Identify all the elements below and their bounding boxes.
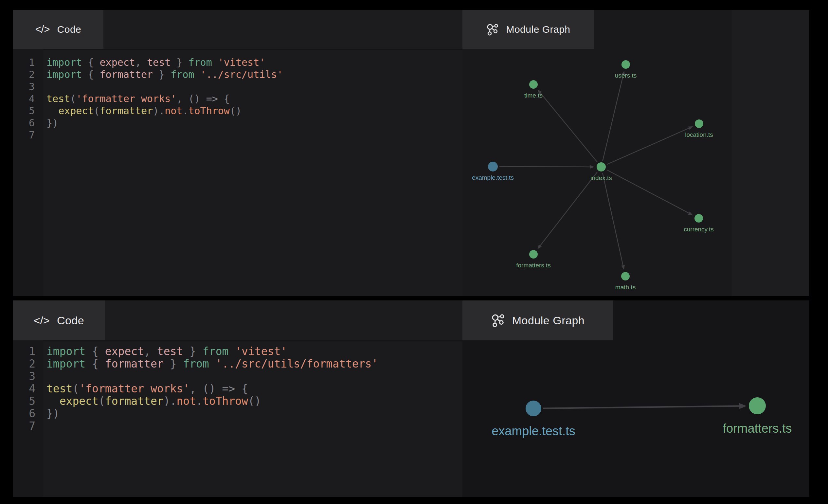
- token-kw: import: [46, 358, 85, 370]
- token-prop: not: [176, 395, 196, 408]
- code-icon: </>: [35, 24, 50, 35]
- code-line: 4test('formatter works', () => {: [13, 93, 462, 105]
- token-prop: toThrow: [203, 395, 248, 408]
- graph-edge-index-time: [540, 93, 597, 162]
- line-number: 3: [13, 370, 35, 383]
- token-fn: test: [46, 382, 72, 395]
- token-str: 'formatter works': [79, 382, 190, 395]
- module-graph-canvas[interactable]: users.tstime.tslocation.tsexample.test.t…: [462, 49, 809, 296]
- graph-edge-index-currency: [607, 170, 690, 213]
- tab-code-bottom-label: Code: [57, 314, 84, 327]
- graph-node-example[interactable]: [526, 401, 541, 416]
- code-text: expect(formatter).not.toThrow(): [35, 105, 242, 117]
- token-str: 'vitest': [218, 57, 265, 68]
- token-pun: }): [46, 117, 58, 129]
- token-str: '../src/utils': [200, 69, 283, 80]
- tab-code-bottom[interactable]: </> Code: [13, 300, 105, 340]
- code-text: }): [35, 117, 58, 129]
- token-pun: , () => {: [176, 93, 230, 104]
- token-pun: {: [82, 69, 99, 80]
- graph-node-math[interactable]: [621, 272, 630, 281]
- module-graph-panel-top: Module Graph users.tstime.tslocation.tse…: [462, 10, 809, 296]
- token-pun: , () => {: [190, 382, 248, 395]
- token-pun: (: [72, 382, 79, 395]
- token-pun: [209, 358, 216, 370]
- code-line: 1import { expect, test } from 'vitest': [13, 56, 462, 69]
- graph-node-label-example: example.test.ts: [492, 424, 575, 438]
- module-graph-icon: [491, 313, 505, 327]
- token-pun: ,: [135, 57, 147, 68]
- code-text: import { formatter } from '../src/utils': [35, 69, 283, 81]
- token-pun: }: [153, 69, 170, 80]
- graph-node-example[interactable]: [488, 162, 498, 171]
- token-fn: formatter: [105, 395, 164, 408]
- token-kw: import: [46, 69, 82, 80]
- code-text: [35, 81, 46, 93]
- token-pun: .: [182, 105, 188, 117]
- token-fn: test: [46, 93, 70, 104]
- graph-node-label-users: users.ts: [615, 72, 637, 79]
- code-line: 6}): [13, 117, 462, 129]
- graph-node-label-formatters: formatters.ts: [722, 422, 792, 435]
- code-line: 2import { formatter } from '../src/utils…: [13, 69, 462, 81]
- graph-edge-arrowhead: [590, 165, 594, 169]
- module-graph-canvas[interactable]: example.test.tsformatters.ts: [462, 340, 809, 497]
- code-line: 1import { expect, test } from 'vitest': [13, 345, 462, 358]
- code-text: import { formatter } from '../src/utils/…: [35, 358, 378, 370]
- graph-node-time[interactable]: [529, 80, 538, 89]
- code-text: [35, 370, 46, 383]
- line-number: 7: [13, 129, 35, 141]
- token-pun: (): [230, 105, 242, 117]
- token-pun: ).: [164, 395, 177, 408]
- graph-node-label-time: time.ts: [524, 92, 543, 99]
- graph-node-formatters[interactable]: [529, 250, 538, 258]
- code-text: expect(formatter).not.toThrow(): [35, 395, 261, 408]
- token-kw: import: [46, 345, 85, 358]
- token-pun: }): [46, 407, 59, 420]
- token-id: test: [147, 57, 170, 68]
- line-number: 6: [13, 117, 35, 129]
- token-str: 'formatter works': [76, 93, 176, 104]
- token-pun: }: [164, 358, 183, 370]
- code-line: 6}): [13, 408, 462, 420]
- module-graph-top-header: Module Graph: [462, 10, 809, 49]
- module-graph-panel-bottom: Module Graph example.test.tsformatters.t…: [462, 300, 809, 497]
- code-text: import { expect, test } from 'vitest': [35, 345, 287, 358]
- token-pun: {: [85, 358, 105, 370]
- line-number: 5: [13, 105, 35, 117]
- graph-node-currency[interactable]: [695, 214, 703, 222]
- module-graph-canvas-bottom-wrap: example.test.tsformatters.ts: [462, 340, 809, 497]
- tab-module-graph-top-label: Module Graph: [506, 24, 570, 35]
- token-pun: [195, 69, 200, 80]
- token-pun: }: [170, 57, 188, 68]
- token-pun: [46, 395, 59, 408]
- code-line: 4test('formatter works', () => {: [13, 383, 462, 395]
- line-number: 4: [13, 93, 35, 105]
- tab-code-top[interactable]: </> Code: [13, 10, 104, 49]
- code-editor-bottom: 1import { expect, test } from 'vitest'2i…: [13, 340, 462, 497]
- token-pun: (: [98, 395, 105, 408]
- code-line: 3: [13, 81, 462, 93]
- graph-node-formatters[interactable]: [749, 397, 766, 414]
- graph-node-users[interactable]: [621, 60, 630, 69]
- code-panel-top-header: </> Code: [13, 10, 462, 50]
- tab-module-graph-top[interactable]: Module Graph: [462, 10, 594, 49]
- graph-node-location[interactable]: [695, 120, 703, 128]
- line-number: 7: [13, 420, 35, 432]
- graph-node-index[interactable]: [596, 162, 606, 171]
- code-text: }): [35, 408, 59, 420]
- line-number: 5: [13, 395, 35, 408]
- graph-node-label-currency: currency.ts: [684, 226, 714, 233]
- token-kw: import: [46, 57, 82, 68]
- token-kw: from: [203, 345, 229, 358]
- token-pun: {: [85, 345, 105, 358]
- graph-edge-index-location: [607, 128, 689, 164]
- graph-node-label-index: index.ts: [590, 174, 612, 181]
- code-panel-bottom: </> Code 1import { expect, test } from '…: [13, 300, 462, 497]
- code-panel-top: </> Code 1import { expect, test } from '…: [13, 10, 462, 296]
- graph-node-label-math: math.ts: [615, 284, 635, 291]
- code-line: 5 expect(formatter).not.toThrow(): [13, 395, 462, 408]
- graph-edge-index-users: [603, 75, 623, 161]
- tab-module-graph-bottom[interactable]: Module Graph: [462, 300, 613, 340]
- tab-module-graph-bottom-label: Module Graph: [512, 314, 584, 327]
